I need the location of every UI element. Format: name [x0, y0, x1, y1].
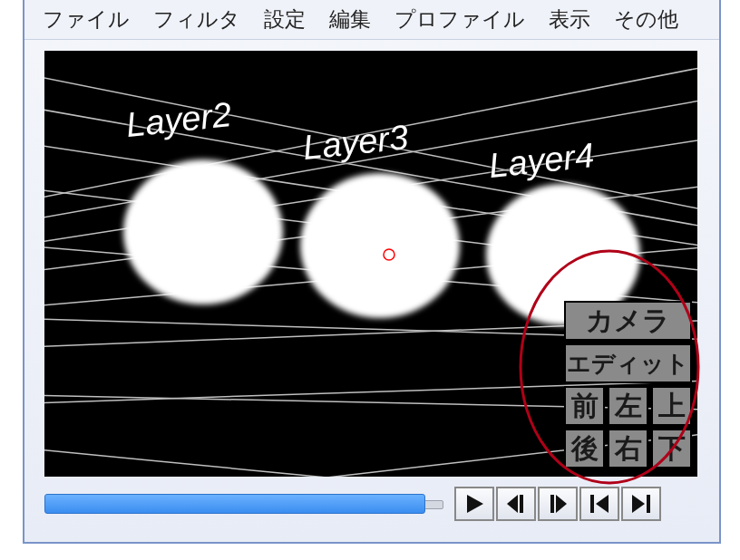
viewport-3d[interactable]: Layer2 Layer3 Layer4 カメラ エディット 前 左 上 後 右… — [44, 51, 697, 477]
nav-left-button[interactable]: 左 — [608, 386, 648, 426]
nav-edit-button[interactable]: エディット — [564, 343, 692, 383]
nav-front-button[interactable]: 前 — [564, 386, 605, 426]
playback-bar — [44, 484, 716, 524]
svg-rect-26 — [590, 495, 594, 513]
step-back-icon — [503, 493, 529, 515]
step-forward-icon — [545, 493, 570, 515]
go-end-icon — [628, 493, 654, 515]
nav-right-button[interactable]: 右 — [608, 429, 648, 468]
svg-point-17 — [300, 173, 460, 318]
svg-rect-29 — [647, 495, 650, 513]
svg-rect-24 — [550, 495, 554, 513]
go-end-button[interactable] — [621, 487, 661, 521]
menu-profile[interactable]: プロファイル — [385, 2, 534, 37]
app-window: ファイル フィルタ 設定 編集 プロファイル 表示 その他 — [23, 0, 721, 544]
slider-thumb[interactable] — [44, 494, 425, 514]
view-nav-panel: カメラ エディット 前 左 上 後 右 下 — [564, 298, 692, 471]
menu-file[interactable]: ファイル — [34, 2, 139, 37]
timeline-slider[interactable] — [44, 494, 443, 514]
svg-marker-25 — [556, 495, 567, 513]
go-start-button[interactable] — [579, 487, 619, 521]
svg-point-16 — [123, 159, 283, 304]
menu-filter[interactable]: フィルタ — [144, 2, 249, 37]
svg-rect-23 — [520, 495, 523, 513]
nav-camera-button[interactable]: カメラ — [564, 301, 692, 341]
nav-top-button[interactable]: 上 — [651, 386, 692, 426]
svg-marker-21 — [467, 495, 483, 513]
nav-bottom-button[interactable]: 下 — [651, 429, 692, 468]
menu-settings[interactable]: 設定 — [255, 2, 315, 37]
menu-bar: ファイル フィルタ 設定 編集 プロファイル 表示 その他 — [24, 0, 719, 40]
svg-marker-27 — [596, 495, 609, 513]
svg-marker-28 — [632, 495, 645, 513]
svg-marker-22 — [507, 495, 518, 513]
go-start-icon — [587, 493, 612, 515]
menu-other[interactable]: その他 — [605, 2, 687, 37]
step-back-button[interactable] — [496, 487, 536, 521]
menu-edit[interactable]: 編集 — [320, 2, 380, 37]
play-icon — [462, 493, 487, 515]
step-forward-button[interactable] — [538, 487, 578, 521]
play-button[interactable] — [454, 487, 494, 521]
nav-back-button[interactable]: 後 — [564, 429, 605, 468]
menu-view[interactable]: 表示 — [540, 2, 599, 37]
